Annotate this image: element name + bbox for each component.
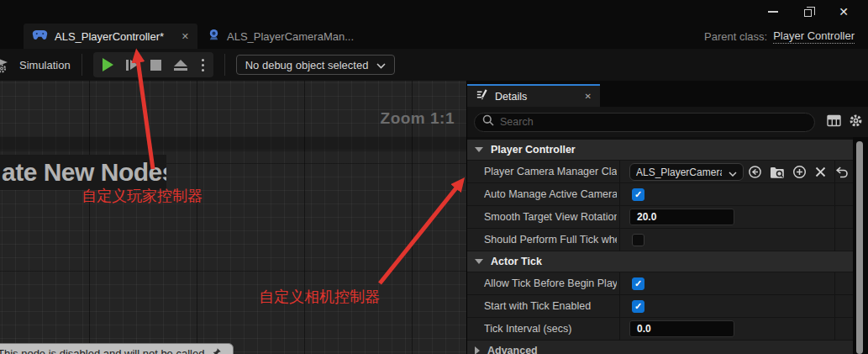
property-label: Should Perform Full Tick when... bbox=[484, 229, 617, 251]
details-tab-close-icon[interactable] bbox=[585, 92, 592, 101]
section-player-controller[interactable]: Player Controller bbox=[467, 140, 853, 161]
parent-class-label: Parent class: bbox=[704, 30, 767, 43]
row-auto-manage-active-camera: Auto Manage Active Camera T... bbox=[467, 183, 853, 206]
collapse-arrow-icon bbox=[475, 259, 483, 264]
details-panel: Details Player bbox=[466, 81, 868, 354]
section-actor-tick[interactable]: Actor Tick bbox=[467, 251, 853, 272]
details-properties: Player Controller Player Camera Manager … bbox=[467, 137, 853, 354]
frame-skip-icon[interactable] bbox=[126, 60, 138, 71]
property-label: Auto Manage Active Camera T... bbox=[484, 183, 617, 205]
play-icon[interactable] bbox=[103, 58, 113, 71]
annotation-player-controller: 自定义玩家控制器 bbox=[82, 186, 203, 206]
play-controls-group bbox=[93, 52, 213, 77]
debug-object-dropdown[interactable]: No debug object selected bbox=[236, 55, 396, 75]
blueprint-graph-canvas[interactable]: Zoom 1:1 ate New Nodes. 自定义玩家控制器 自定义相机控制… bbox=[0, 81, 466, 354]
row-start-with-tick-enabled: Start with Tick Enabled bbox=[467, 295, 853, 318]
eject-icon[interactable] bbox=[174, 60, 187, 71]
graph-dark-band bbox=[0, 136, 466, 151]
camera-manager-class-dropdown[interactable]: ALS_PlayerCameraM bbox=[629, 163, 744, 181]
blueprint-editor-window: ALS_PlayerController* ALS_PlayerCameraMa… bbox=[0, 0, 868, 354]
dropdown-value: ALS_PlayerCameraM bbox=[636, 166, 722, 178]
row-player-camera-manager-class: Player Camera Manager Class ALS_PlayerCa… bbox=[467, 161, 853, 183]
auto-manage-camera-checkbox[interactable] bbox=[632, 188, 644, 201]
details-panel-options bbox=[827, 107, 863, 137]
section-advanced[interactable]: Advanced bbox=[467, 341, 853, 354]
minimize-button[interactable] bbox=[755, 0, 791, 24]
add-new-asset-icon[interactable] bbox=[792, 165, 807, 182]
simulation-button[interactable]: Simulation bbox=[0, 49, 71, 81]
debug-object-label: No debug object selected bbox=[245, 59, 369, 71]
expand-arrow-icon bbox=[475, 346, 480, 354]
window-controls bbox=[755, 0, 861, 24]
parent-class-link[interactable]: Player Controller bbox=[773, 29, 855, 44]
property-label: Player Camera Manager Class bbox=[484, 161, 617, 182]
asset-tools bbox=[748, 165, 849, 182]
details-scrollbar[interactable] bbox=[856, 141, 863, 354]
restore-button[interactable] bbox=[791, 0, 826, 24]
details-search-row bbox=[467, 107, 868, 137]
tooltip-text: This node is disabled and will not be ca… bbox=[0, 346, 204, 354]
zoom-indicator: Zoom 1:1 bbox=[381, 109, 455, 128]
row-should-perform-full-tick: Should Perform Full Tick when... bbox=[467, 229, 853, 251]
parent-class: Parent class: Player Controller bbox=[704, 24, 855, 49]
camera-icon bbox=[208, 29, 220, 45]
toolbar-divider bbox=[224, 54, 225, 76]
property-label: Tick Interval (secs) bbox=[484, 318, 617, 340]
graph-watermark: ate New Nodes. bbox=[0, 155, 166, 190]
use-selected-asset-icon[interactable] bbox=[748, 165, 762, 182]
start-tick-checkbox[interactable] bbox=[632, 300, 644, 313]
section-title: Advanced bbox=[487, 345, 538, 354]
title-bar bbox=[0, 0, 868, 24]
display-filter-icon[interactable] bbox=[827, 114, 841, 130]
allow-tick-checkbox[interactable] bbox=[632, 277, 644, 290]
clear-value-icon[interactable] bbox=[814, 166, 827, 182]
collapse-arrow-icon bbox=[475, 147, 483, 152]
row-tick-interval: Tick Interval (secs) 0.0 bbox=[467, 318, 853, 341]
section-title: Actor Tick bbox=[491, 256, 542, 267]
pin-icon bbox=[211, 346, 222, 354]
tick-interval-field[interactable]: 0.0 bbox=[629, 320, 734, 337]
property-label: Smooth Target View Rotation... bbox=[484, 206, 617, 228]
document-tabstrip: ALS_PlayerController* ALS_PlayerCameraMa… bbox=[0, 24, 868, 49]
simulation-label: Simulation bbox=[19, 59, 71, 71]
restore-icon bbox=[804, 9, 812, 17]
chevron-down-icon bbox=[729, 165, 737, 180]
close-icon bbox=[839, 5, 849, 18]
search-box[interactable] bbox=[474, 113, 815, 132]
section-title: Player Controller bbox=[491, 144, 576, 156]
chevron-down-icon bbox=[376, 57, 386, 72]
tab-als-playercontroller[interactable]: ALS_PlayerController* bbox=[24, 24, 197, 49]
annotation-camera-controller: 自定义相机控制器 bbox=[259, 287, 380, 307]
property-label: Start with Tick Enabled bbox=[484, 295, 617, 317]
tab-als-playercameramanager[interactable]: ALS_PlayerCameraMan... bbox=[199, 24, 354, 49]
reset-to-default-icon[interactable] bbox=[834, 166, 849, 182]
blueprint-toolbar: Simulation No debug object selected bbox=[0, 49, 868, 81]
row-smooth-target-view-rotation: Smooth Target View Rotation... 20.0 bbox=[467, 206, 853, 229]
browse-to-asset-icon[interactable] bbox=[770, 166, 785, 182]
more-options-icon[interactable] bbox=[200, 59, 204, 71]
tab-label: ALS_PlayerCameraMan... bbox=[227, 30, 354, 43]
details-tab-label: Details bbox=[495, 91, 527, 103]
row-allow-tick-before-begin-play: Allow Tick Before Begin Play bbox=[467, 272, 853, 295]
smooth-rotation-speed-field[interactable]: 20.0 bbox=[629, 209, 734, 225]
stop-icon[interactable] bbox=[150, 60, 161, 71]
property-label: Allow Tick Before Begin Play bbox=[484, 272, 617, 294]
gamepad-icon bbox=[32, 29, 48, 44]
search-icon bbox=[482, 114, 494, 129]
details-tab[interactable]: Details bbox=[467, 84, 600, 107]
full-tick-checkbox[interactable] bbox=[632, 234, 644, 246]
simulation-icon bbox=[0, 53, 14, 77]
close-button[interactable] bbox=[826, 0, 861, 24]
details-icon bbox=[476, 88, 488, 104]
minimize-icon bbox=[768, 11, 778, 13]
graph-watermark-text: ate New Nodes. bbox=[0, 155, 166, 190]
tab-close-icon[interactable] bbox=[181, 31, 189, 42]
search-input[interactable] bbox=[500, 116, 807, 128]
tab-label: ALS_PlayerController* bbox=[55, 30, 164, 43]
settings-gear-icon[interactable] bbox=[849, 114, 863, 131]
toolbar-divider bbox=[82, 54, 82, 76]
node-disabled-tooltip: This node is disabled and will not be ca… bbox=[0, 343, 234, 354]
